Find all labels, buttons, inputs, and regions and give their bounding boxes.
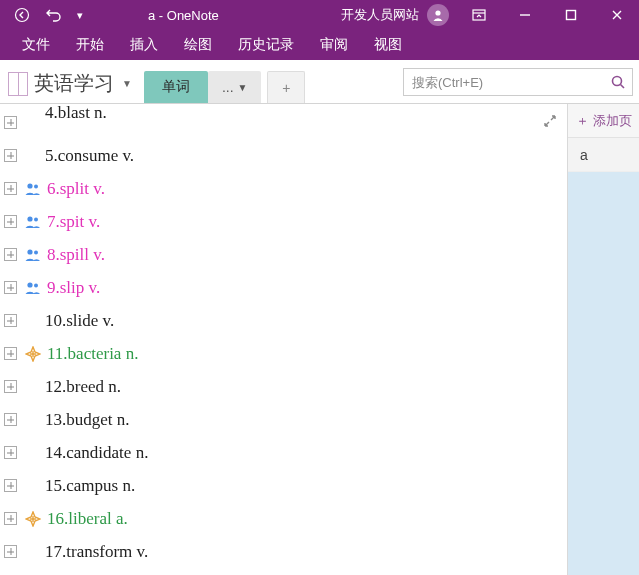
note-line-text[interactable]: 9.slip v. bbox=[47, 278, 100, 298]
svg-point-0 bbox=[16, 9, 29, 22]
outline-expand-toggle[interactable] bbox=[4, 149, 17, 162]
notebook-selector[interactable]: 英语学习 ▼ bbox=[0, 70, 140, 103]
outline-expand-toggle[interactable] bbox=[4, 380, 17, 393]
add-page-button[interactable]: ＋添加页 bbox=[568, 104, 639, 138]
note-line-text[interactable]: 12.breed n. bbox=[23, 377, 121, 397]
note-line-text[interactable]: 15.campus n. bbox=[23, 476, 135, 496]
search-box[interactable] bbox=[403, 68, 633, 96]
note-line-text[interactable]: 17.transform v. bbox=[23, 542, 148, 562]
people-tag-icon bbox=[23, 248, 43, 262]
star-tag-icon bbox=[23, 511, 43, 527]
menu-history[interactable]: 历史记录 bbox=[228, 32, 304, 58]
svg-point-12 bbox=[34, 283, 38, 287]
star-tag-icon bbox=[23, 346, 43, 362]
outline-expand-toggle[interactable] bbox=[4, 479, 17, 492]
svg-point-11 bbox=[27, 282, 32, 287]
user-avatar-icon[interactable] bbox=[427, 4, 449, 26]
note-line-text[interactable]: 4.blast n. bbox=[23, 104, 107, 123]
outline-expand-toggle[interactable] bbox=[4, 281, 17, 294]
note-line[interactable]: 9.slip v. bbox=[0, 271, 567, 304]
note-line[interactable]: 10.slide v. bbox=[0, 304, 567, 337]
quick-access-more[interactable]: ▾ bbox=[72, 1, 88, 29]
note-line-text[interactable]: 14.candidate n. bbox=[23, 443, 148, 463]
svg-point-7 bbox=[27, 216, 32, 221]
menu-home[interactable]: 开始 bbox=[66, 32, 114, 58]
menu-bar: 文件 开始 插入 绘图 历史记录 审阅 视图 bbox=[0, 30, 639, 60]
note-line-text[interactable]: 8.spill v. bbox=[47, 245, 105, 265]
note-line[interactable]: 16.liberal a. bbox=[0, 502, 567, 535]
outline-expand-toggle[interactable] bbox=[4, 347, 17, 360]
note-line[interactable]: 8.spill v. bbox=[0, 238, 567, 271]
outline-expand-toggle[interactable] bbox=[4, 446, 17, 459]
note-content[interactable]: 4.blast n.5.consume v.6.split v.7.spit v… bbox=[0, 104, 567, 575]
minimize-button[interactable] bbox=[503, 0, 547, 30]
maximize-button[interactable] bbox=[549, 0, 593, 30]
note-line[interactable]: 11.bacteria n. bbox=[0, 337, 567, 370]
section-tab-more[interactable]: ... ▼ bbox=[208, 71, 261, 103]
plus-icon: ＋ bbox=[576, 112, 589, 130]
notebook-name: 英语学习 bbox=[34, 70, 114, 97]
note-line[interactable]: 14.candidate n. bbox=[0, 436, 567, 469]
outline-expand-toggle[interactable] bbox=[4, 413, 17, 426]
note-line[interactable]: 15.campus n. bbox=[0, 469, 567, 502]
section-add-button[interactable]: + bbox=[267, 71, 305, 103]
people-tag-icon bbox=[23, 281, 43, 295]
outline-expand-toggle[interactable] bbox=[4, 215, 17, 228]
notebook-icon bbox=[8, 72, 28, 96]
note-line[interactable]: 13.budget n. bbox=[0, 403, 567, 436]
page-panel: ＋添加页 a bbox=[567, 104, 639, 575]
note-line[interactable]: 4.blast n. bbox=[0, 106, 567, 139]
note-line[interactable]: 17.transform v. bbox=[0, 535, 567, 568]
note-line-text[interactable]: 6.split v. bbox=[47, 179, 105, 199]
search-icon[interactable] bbox=[604, 74, 632, 90]
outline-expand-toggle[interactable] bbox=[4, 512, 17, 525]
svg-point-5 bbox=[27, 183, 32, 188]
page-panel-empty bbox=[568, 172, 639, 575]
dev-site-link[interactable]: 开发人员网站 bbox=[341, 6, 419, 24]
menu-insert[interactable]: 插入 bbox=[120, 32, 168, 58]
window-title: a - OneNote bbox=[148, 8, 219, 23]
undo-button[interactable] bbox=[40, 1, 68, 29]
menu-review[interactable]: 审阅 bbox=[310, 32, 358, 58]
note-line[interactable]: 6.split v. bbox=[0, 172, 567, 205]
svg-point-6 bbox=[34, 184, 38, 188]
search-input[interactable] bbox=[404, 75, 604, 90]
note-line-text[interactable]: 13.budget n. bbox=[23, 410, 130, 430]
note-line-text[interactable]: 10.slide v. bbox=[23, 311, 114, 331]
svg-rect-3 bbox=[567, 11, 576, 20]
back-button[interactable] bbox=[8, 1, 36, 29]
people-tag-icon bbox=[23, 215, 43, 229]
svg-point-9 bbox=[27, 249, 32, 254]
people-tag-icon bbox=[23, 182, 43, 196]
section-header: 英语学习 ▼ 单词 ... ▼ + bbox=[0, 60, 639, 104]
menu-draw[interactable]: 绘图 bbox=[174, 32, 222, 58]
ribbon-toggle-button[interactable] bbox=[457, 0, 501, 30]
note-line[interactable]: 7.spit v. bbox=[0, 205, 567, 238]
note-line-text[interactable]: 11.bacteria n. bbox=[47, 344, 138, 364]
svg-point-10 bbox=[34, 250, 38, 254]
outline-expand-toggle[interactable] bbox=[4, 314, 17, 327]
expand-icon[interactable] bbox=[543, 114, 557, 132]
add-page-label: 添加页 bbox=[593, 112, 632, 130]
note-line-text[interactable]: 16.liberal a. bbox=[47, 509, 128, 529]
outline-expand-toggle[interactable] bbox=[4, 248, 17, 261]
note-line-text[interactable]: 7.spit v. bbox=[47, 212, 100, 232]
note-line-text[interactable]: 5.consume v. bbox=[23, 146, 134, 166]
svg-point-8 bbox=[34, 217, 38, 221]
outline-expand-toggle[interactable] bbox=[4, 182, 17, 195]
menu-view[interactable]: 视图 bbox=[364, 32, 412, 58]
chevron-down-icon: ▼ bbox=[122, 78, 132, 89]
close-button[interactable] bbox=[595, 0, 639, 30]
outline-expand-toggle[interactable] bbox=[4, 116, 17, 129]
title-bar: ▾ a - OneNote 开发人员网站 bbox=[0, 0, 639, 30]
section-tab-active[interactable]: 单词 bbox=[144, 71, 208, 103]
page-item[interactable]: a bbox=[568, 138, 639, 172]
outline-expand-toggle[interactable] bbox=[4, 545, 17, 558]
note-line[interactable]: 5.consume v. bbox=[0, 139, 567, 172]
svg-point-1 bbox=[435, 10, 440, 15]
svg-point-4 bbox=[613, 77, 622, 86]
note-line[interactable]: 12.breed n. bbox=[0, 370, 567, 403]
menu-file[interactable]: 文件 bbox=[12, 32, 60, 58]
